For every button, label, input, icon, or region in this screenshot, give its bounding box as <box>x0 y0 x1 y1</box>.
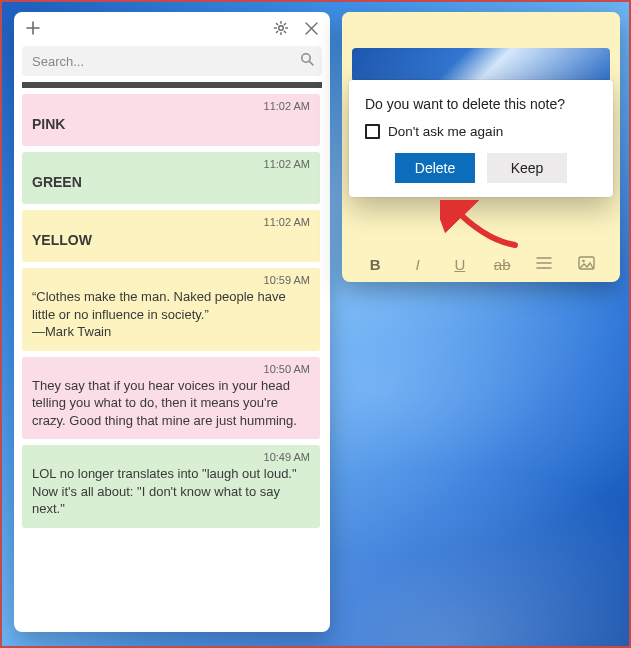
notes-list-scroll[interactable]: 11:02 AM PINK 11:02 AM GREEN 11:02 AM YE… <box>22 94 320 632</box>
search-input[interactable] <box>30 53 300 70</box>
image-button[interactable] <box>573 256 601 273</box>
dialog-message: Do you want to delete this note? <box>365 96 597 112</box>
note-timestamp: 11:02 AM <box>32 158 310 170</box>
list-button[interactable] <box>530 256 558 273</box>
note-title: GREEN <box>32 172 310 194</box>
scroll-indicator <box>22 82 322 88</box>
note-card[interactable]: 11:02 AM PINK <box>22 94 320 146</box>
format-toolbar: B I U ab <box>342 246 620 282</box>
note-timestamp: 11:02 AM <box>32 100 310 112</box>
keep-button[interactable]: Keep <box>487 153 567 183</box>
strike-button[interactable]: ab <box>488 256 516 273</box>
notes-titlebar <box>14 12 330 44</box>
svg-point-0 <box>279 26 284 31</box>
note-timestamp: 11:02 AM <box>32 216 310 228</box>
notes-list-window: 11:02 AM PINK 11:02 AM GREEN 11:02 AM YE… <box>14 12 330 632</box>
sticky-titlebar[interactable] <box>342 12 620 20</box>
note-body: They say that if you hear voices in your… <box>32 377 310 430</box>
note-image-thumbnail[interactable] <box>352 48 610 82</box>
search-icon <box>300 52 314 70</box>
checkbox-icon <box>365 124 380 139</box>
italic-button[interactable]: I <box>403 256 431 273</box>
bold-button[interactable]: B <box>361 256 389 273</box>
note-card[interactable]: 10:49 AM LOL no longer translates into "… <box>22 445 320 528</box>
add-note-button[interactable] <box>20 15 46 41</box>
delete-button[interactable]: Delete <box>395 153 475 183</box>
notes-list: 11:02 AM PINK 11:02 AM GREEN 11:02 AM YE… <box>14 94 330 632</box>
underline-button[interactable]: U <box>446 256 474 273</box>
note-card[interactable]: 10:50 AM They say that if you hear voice… <box>22 357 320 440</box>
note-body: “Clothes make the man. Naked people have… <box>32 288 310 341</box>
note-card[interactable]: 11:02 AM GREEN <box>22 152 320 204</box>
note-card[interactable]: 11:02 AM YELLOW <box>22 210 320 262</box>
search-bar[interactable] <box>22 46 322 76</box>
note-timestamp: 10:59 AM <box>32 274 310 286</box>
svg-point-3 <box>582 259 585 262</box>
note-card[interactable]: 10:59 AM “Clothes make the man. Naked pe… <box>22 268 320 351</box>
settings-button[interactable] <box>268 15 294 41</box>
note-title: PINK <box>32 114 310 136</box>
delete-confirm-dialog: Do you want to delete this note? Don't a… <box>349 80 613 197</box>
note-timestamp: 10:50 AM <box>32 363 310 375</box>
sticky-note-window: Do you want to delete this note? Don't a… <box>342 12 620 282</box>
close-button[interactable] <box>298 15 324 41</box>
checkbox-label: Don't ask me again <box>388 124 503 139</box>
note-title: YELLOW <box>32 230 310 252</box>
dialog-buttons: Delete Keep <box>365 153 597 183</box>
note-timestamp: 10:49 AM <box>32 451 310 463</box>
dont-ask-checkbox[interactable]: Don't ask me again <box>365 124 597 139</box>
note-body: LOL no longer translates into "laugh out… <box>32 465 310 518</box>
